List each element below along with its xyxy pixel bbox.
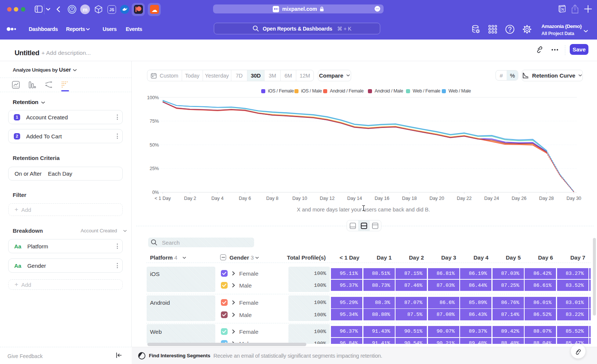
- svg-text:Day 10: Day 10: [292, 196, 307, 201]
- svg-text:Day 6: Day 6: [239, 196, 251, 201]
- svg-text:Day 14: Day 14: [347, 196, 362, 201]
- svg-text:Day 18: Day 18: [402, 196, 417, 201]
- svg-text:Day 20: Day 20: [429, 196, 444, 201]
- svg-text:50%: 50%: [150, 142, 159, 148]
- svg-text:Day 12: Day 12: [320, 196, 335, 201]
- svg-text:Day 16: Day 16: [375, 196, 390, 201]
- svg-text:100%: 100%: [147, 95, 159, 100]
- svg-text:Day 4: Day 4: [212, 196, 224, 201]
- svg-text:< 1 Day: < 1 Day: [154, 196, 171, 201]
- svg-text:75%: 75%: [150, 119, 159, 124]
- svg-text:Day 2: Day 2: [184, 196, 196, 201]
- svg-text:Day 24: Day 24: [484, 196, 499, 201]
- svg-text:25%: 25%: [150, 166, 159, 171]
- svg-text:Day 28: Day 28: [539, 196, 554, 201]
- svg-text:Day 26: Day 26: [512, 196, 526, 201]
- svg-text:Day 30: Day 30: [566, 196, 581, 201]
- svg-text:Day 22: Day 22: [457, 196, 472, 201]
- svg-text:Day 8: Day 8: [266, 196, 279, 201]
- svg-text:0%: 0%: [152, 190, 159, 195]
